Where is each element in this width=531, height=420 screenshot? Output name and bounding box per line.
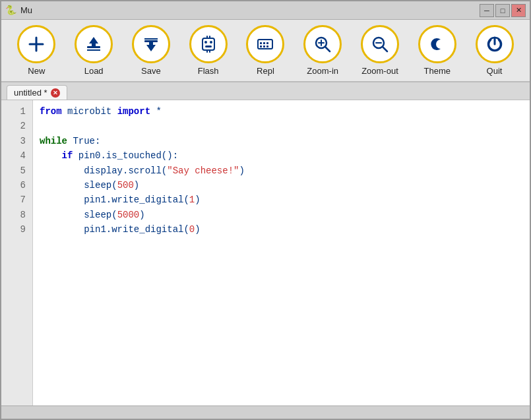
tabbar: untitled * ✕ (1, 82, 530, 100)
code-line-2 (40, 119, 523, 133)
svg-rect-14 (206, 50, 208, 53)
svg-rect-17 (260, 42, 262, 44)
line-numbers: 1 2 3 4 5 6 7 8 9 (1, 100, 33, 405)
line-num-8: 8 (20, 208, 26, 222)
line-num-4: 4 (20, 148, 26, 163)
line-num-5: 5 (20, 164, 26, 178)
editor-area: 1 2 3 4 5 6 7 8 9 from microbit import *… (1, 100, 530, 405)
code-line-8: sleep(5000) (40, 208, 523, 222)
line-num-6: 6 (20, 178, 26, 193)
titlebar-title: Mu (20, 5, 32, 15)
line-num-7: 7 (20, 193, 26, 207)
flash-icon (189, 25, 228, 63)
svg-rect-15 (209, 50, 210, 53)
maximize-button[interactable]: □ (495, 4, 510, 17)
repl-icon (246, 25, 284, 63)
theme-button[interactable]: Theme (414, 25, 460, 76)
line-num-9: 9 (20, 222, 26, 237)
app-logo-icon: 🐍 (5, 5, 16, 16)
svg-rect-19 (266, 42, 268, 44)
close-button[interactable]: ✕ (511, 4, 526, 17)
svg-rect-22 (266, 45, 268, 47)
line-num-2: 2 (20, 119, 26, 133)
svg-rect-5 (144, 40, 158, 42)
svg-rect-20 (260, 45, 262, 47)
code-line-6: sleep(500) (40, 178, 523, 193)
zoom-in-icon (303, 25, 342, 63)
svg-point-9 (204, 41, 207, 44)
toolbar: New Load Save (1, 20, 530, 82)
load-button[interactable]: Load (71, 25, 117, 76)
new-icon (17, 25, 55, 63)
svg-rect-21 (263, 45, 265, 47)
titlebar: 🐍 Mu ─ □ ✕ (1, 1, 530, 20)
quit-icon (476, 25, 514, 63)
flash-label: Flash (198, 66, 219, 76)
svg-rect-8 (203, 38, 214, 50)
save-button[interactable]: Save (128, 25, 174, 76)
svg-marker-6 (146, 42, 156, 51)
line-num-1: 1 (20, 104, 26, 119)
code-line-7: pin1.write_digital(1) (40, 193, 523, 207)
titlebar-controls: ─ □ ✕ (480, 4, 526, 17)
svg-point-10 (210, 41, 212, 44)
save-icon (132, 25, 170, 63)
svg-rect-11 (205, 45, 212, 47)
tab-title: untitled * (14, 88, 47, 98)
code-line-3: while True: (40, 134, 523, 148)
zoom-in-label: Zoom-in (307, 66, 338, 76)
flash-button[interactable]: Flash (185, 25, 232, 76)
svg-line-28 (383, 47, 387, 51)
code-line-4: if pin0.is_touched(): (40, 148, 523, 163)
svg-rect-2 (87, 46, 100, 48)
new-label: New (28, 66, 45, 76)
load-icon (75, 25, 113, 63)
save-label: Save (141, 66, 161, 76)
minimize-button[interactable]: ─ (480, 4, 494, 17)
new-button[interactable]: New (13, 25, 59, 76)
svg-marker-3 (89, 37, 98, 46)
code-line-5: display.scroll("Say cheese!") (40, 164, 523, 178)
zoom-out-button[interactable]: Zoom-out (357, 25, 403, 76)
titlebar-left: 🐍 Mu (5, 5, 32, 16)
theme-icon (418, 25, 456, 63)
code-line-9: pin1.write_digital(0) (40, 222, 523, 237)
quit-label: Quit (487, 66, 503, 76)
repl-button[interactable]: Repl (242, 25, 288, 76)
svg-rect-18 (263, 42, 265, 44)
quit-button[interactable]: Quit (472, 25, 518, 76)
code-line-1: from microbit import * (40, 104, 523, 119)
tab-untitled[interactable]: untitled * ✕ (7, 85, 67, 100)
svg-rect-13 (209, 36, 210, 38)
svg-line-24 (325, 47, 330, 51)
theme-label: Theme (424, 66, 451, 76)
tab-close-button[interactable]: ✕ (51, 88, 60, 98)
repl-label: Repl (257, 66, 274, 76)
code-editor[interactable]: from microbit import * while True: if pi… (33, 100, 530, 405)
load-label: Load (84, 66, 104, 76)
zoom-out-icon (361, 25, 399, 63)
statusbar (1, 405, 530, 419)
line-num-3: 3 (20, 134, 26, 148)
zoom-out-label: Zoom-out (361, 66, 398, 76)
zoom-in-button[interactable]: Zoom-in (299, 25, 346, 76)
svg-rect-12 (206, 36, 208, 38)
